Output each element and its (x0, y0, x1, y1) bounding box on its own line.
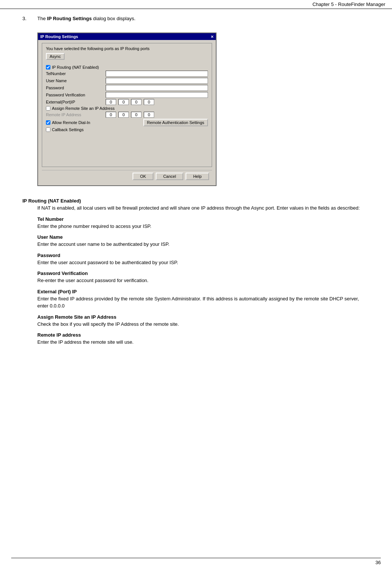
dialog-wrapper: IP Routing Settings ✕ You have selected … (37, 33, 217, 186)
allow-remote-row: Allow Remote Dial-In Remote Authenticati… (46, 119, 208, 126)
password-verify-row: Password Verification (46, 92, 208, 98)
sub-assign-remote-body: Check the box if you will specify the IP… (37, 321, 370, 328)
async-btn-row: Async (46, 53, 208, 63)
ext-ip-octet-3[interactable] (131, 99, 141, 105)
allow-remote-checkbox[interactable] (46, 120, 50, 125)
sub-tel-body: Enter the phone number required to acces… (37, 223, 370, 230)
sub-tel-heading: Tel Number (37, 216, 370, 222)
page-number: 36 (376, 560, 381, 565)
main-content: 3. The IP Routing Settings dialog box di… (0, 9, 392, 354)
rem-ip-octet-2[interactable] (118, 112, 129, 118)
assign-remote-row: Assign Remote Site an IP Address (46, 106, 208, 111)
password-verify-label: Password Verification (46, 93, 106, 97)
callback-label: Callback Settings (52, 127, 84, 132)
ip-routing-dialog: IP Routing Settings ✕ You have selected … (37, 33, 217, 186)
rem-ip-octet-4[interactable] (144, 112, 154, 118)
tel-row: TelNumber (46, 71, 208, 77)
tel-label: TelNumber (46, 71, 106, 76)
password-label: Password (46, 86, 106, 90)
remote-auth-button[interactable]: Remote Authentication Settings (143, 119, 208, 126)
step-text2: dialog box displays. (92, 16, 136, 21)
external-ip-label: External(Port)IP (46, 100, 106, 104)
sub-password-body: Enter the user account password to be au… (37, 259, 370, 266)
rem-ip-octet-1[interactable] (106, 112, 116, 118)
rem-ip-octet-3[interactable] (131, 112, 141, 118)
section-ip-routing-body: If NAT is enabled, all local users will … (37, 204, 370, 212)
allow-remote-check: Allow Remote Dial-In (46, 120, 90, 125)
password-input[interactable] (106, 85, 208, 91)
sub-external-ip-heading: External (Port) IP (37, 289, 370, 294)
cancel-button[interactable]: Cancel (156, 173, 183, 180)
password-row: Password (46, 85, 208, 91)
ext-ip-octet-1[interactable] (106, 99, 116, 105)
ext-ip-octet-4[interactable] (144, 99, 154, 105)
page-footer: 36 (11, 558, 381, 565)
ip-routing-checkbox[interactable] (46, 65, 50, 69)
dialog-close-icon[interactable]: ✕ (211, 35, 214, 39)
ip-routing-check-row: IP Routing (NAT Enabled) (46, 65, 208, 69)
external-ip-fields (106, 99, 154, 105)
dialog-body: You have selected the following ports as… (38, 40, 216, 185)
remote-ip-label: Remote IP Address (46, 112, 106, 117)
password-verify-input[interactable] (106, 92, 208, 98)
sub-remote-ip-heading: Remote IP address (37, 332, 370, 338)
step-text: The IP Routing Settings dialog box displ… (37, 16, 136, 21)
assign-remote-label: Assign Remote Site an IP Address (52, 106, 115, 111)
step-number: 3. (22, 16, 37, 21)
user-row: User Name (46, 78, 208, 84)
ip-routing-label: IP Routing (NAT Enabled) (52, 65, 99, 69)
user-input[interactable] (106, 78, 208, 84)
sub-assign-remote-heading: Assign Remote Site an IP Address (37, 314, 370, 320)
external-ip-row: External(Port)IP (46, 99, 208, 105)
step-bold: IP Routing Settings (47, 16, 92, 21)
remote-ip-row: Remote IP Address (46, 112, 208, 118)
sub-password-heading: Password (37, 253, 370, 258)
tel-input[interactable] (106, 71, 208, 77)
dialog-title: IP Routing Settings (40, 34, 78, 39)
sub-user-heading: User Name (37, 234, 370, 240)
sub-password-verify-heading: Password Verification (37, 270, 370, 276)
async-button[interactable]: Async (46, 53, 65, 60)
sub-user-body: Enter the account user name to be authen… (37, 241, 370, 248)
allow-remote-label: Allow Remote Dial-In (52, 120, 90, 125)
dialog-inner-label: You have selected the following ports as… (46, 46, 208, 51)
user-label: User Name (46, 78, 106, 83)
callback-checkbox[interactable] (46, 127, 50, 132)
page-header: Chapter 5 - RouteFinder Manager (0, 0, 392, 9)
help-button[interactable]: Help (186, 173, 209, 180)
sub-external-ip-body: Enter the fixed IP address provided by t… (37, 295, 370, 310)
remote-ip-fields (106, 112, 154, 118)
ext-ip-octet-2[interactable] (118, 99, 129, 105)
callback-row: Callback Settings (46, 127, 208, 132)
step-3-line: 3. The IP Routing Settings dialog box di… (22, 16, 370, 21)
sub-password-verify-body: Re-enter the user account password for v… (37, 277, 370, 284)
dialog-footer: OK Cancel Help (42, 170, 212, 182)
chapter-title: Chapter 5 - RouteFinder Manager (312, 1, 385, 7)
sub-remote-ip-body: Enter the IP address the remote site wil… (37, 338, 370, 346)
assign-remote-checkbox[interactable] (46, 106, 50, 111)
dialog-empty-area (46, 133, 208, 163)
ok-button[interactable]: OK (133, 173, 153, 180)
dialog-title-bar: IP Routing Settings ✕ (38, 33, 216, 40)
section-ip-routing-heading: IP Routing (NAT Enabled) (22, 198, 370, 204)
dialog-inner-group: You have selected the following ports as… (42, 43, 212, 167)
